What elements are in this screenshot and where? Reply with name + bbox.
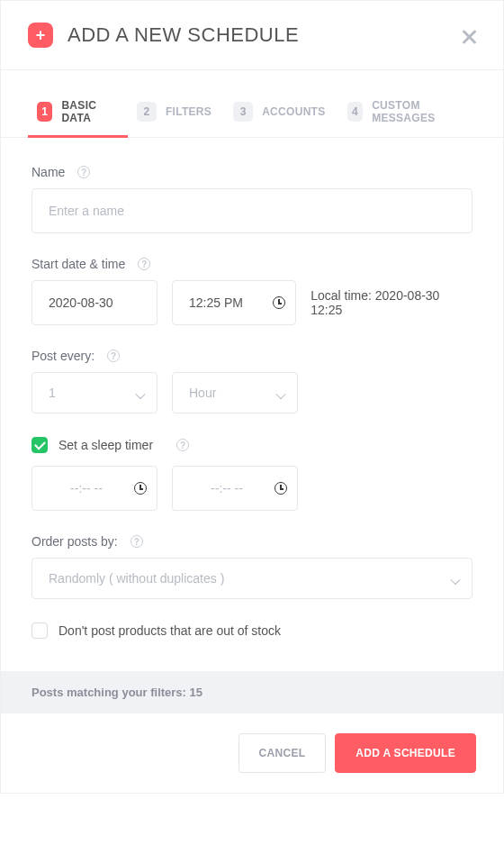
clock-icon <box>274 482 287 495</box>
add-schedule-modal: + ADD A NEW SCHEDULE 1 BASIC DATA 2 FILT… <box>0 0 504 794</box>
close-icon[interactable] <box>460 28 478 46</box>
select-value: Hour <box>189 386 216 400</box>
start-date-input[interactable] <box>32 280 158 325</box>
help-icon[interactable]: ? <box>107 350 120 362</box>
clock-icon <box>273 296 285 309</box>
tab-basic-data[interactable]: 1 BASIC DATA <box>28 90 128 137</box>
tab-number: 4 <box>347 102 364 122</box>
out-of-stock-label: Don't post products that are out of stoc… <box>58 623 281 638</box>
order-posts-field: Order posts by: ? Randomly ( without dup… <box>32 534 472 599</box>
plus-icon: + <box>28 23 53 48</box>
add-schedule-button[interactable]: ADD A SCHEDULE <box>335 733 476 773</box>
name-label: Name <box>32 165 65 179</box>
clock-icon <box>134 482 147 495</box>
modal-footer: CANCEL ADD A SCHEDULE <box>1 713 503 793</box>
help-icon[interactable]: ? <box>138 258 150 270</box>
wizard-tabs: 1 BASIC DATA 2 FILTERS 3 ACCOUNTS 4 CUST… <box>1 90 503 138</box>
select-value: 1 <box>49 386 56 400</box>
tab-number: 3 <box>233 102 253 122</box>
tab-label: BASIC DATA <box>61 99 115 124</box>
modal-header: + ADD A NEW SCHEDULE <box>1 1 503 70</box>
chevron-down-icon <box>275 389 285 399</box>
filters-match-bar: Posts matching your filters: 15 <box>1 671 503 713</box>
tab-accounts[interactable]: 3 ACCOUNTS <box>224 90 338 137</box>
start-field: Start date & time ? Local time: 2020-08-… <box>32 257 472 325</box>
tab-filters[interactable]: 2 FILTERS <box>128 90 224 137</box>
cancel-button[interactable]: CANCEL <box>238 733 327 773</box>
tab-label: FILTERS <box>166 105 212 118</box>
chevron-down-icon <box>450 575 460 585</box>
order-posts-select[interactable]: Randomly ( without duplicates ) <box>32 558 472 599</box>
local-time-text: Local time: 2020-08-30 12:25 <box>310 288 472 317</box>
post-every-label: Post every: <box>32 349 94 363</box>
select-value: Randomly ( without duplicates ) <box>49 571 224 586</box>
sleep-timer-field: Set a sleep timer ? <box>32 437 472 511</box>
chevron-down-icon <box>135 389 145 399</box>
order-posts-label: Order posts by: <box>32 534 118 549</box>
help-icon[interactable]: ? <box>77 166 90 178</box>
help-icon[interactable]: ? <box>176 439 189 451</box>
form-body: Name ? Start date & time ? Local time: 2… <box>1 138 503 639</box>
help-icon[interactable]: ? <box>130 535 143 548</box>
post-every-field: Post every: ? 1 Hour <box>32 349 472 413</box>
sleep-timer-label: Set a sleep timer <box>58 438 153 452</box>
sleep-timer-checkbox[interactable] <box>32 437 48 453</box>
tab-number: 1 <box>37 102 52 122</box>
modal-title: ADD A NEW SCHEDULE <box>68 23 299 47</box>
start-label: Start date & time <box>32 257 125 271</box>
tab-label: CUSTOM MESSAGES <box>372 99 464 124</box>
post-interval-select[interactable]: 1 <box>32 372 158 413</box>
tab-custom-messages[interactable]: 4 CUSTOM MESSAGES <box>338 90 476 137</box>
post-unit-select[interactable]: Hour <box>172 372 298 413</box>
name-input[interactable] <box>32 188 472 233</box>
name-field: Name ? <box>32 165 472 233</box>
tab-number: 2 <box>137 102 157 122</box>
out-of-stock-field: Don't post products that are out of stoc… <box>32 622 472 639</box>
out-of-stock-checkbox[interactable] <box>32 622 48 639</box>
tab-label: ACCOUNTS <box>262 105 325 118</box>
